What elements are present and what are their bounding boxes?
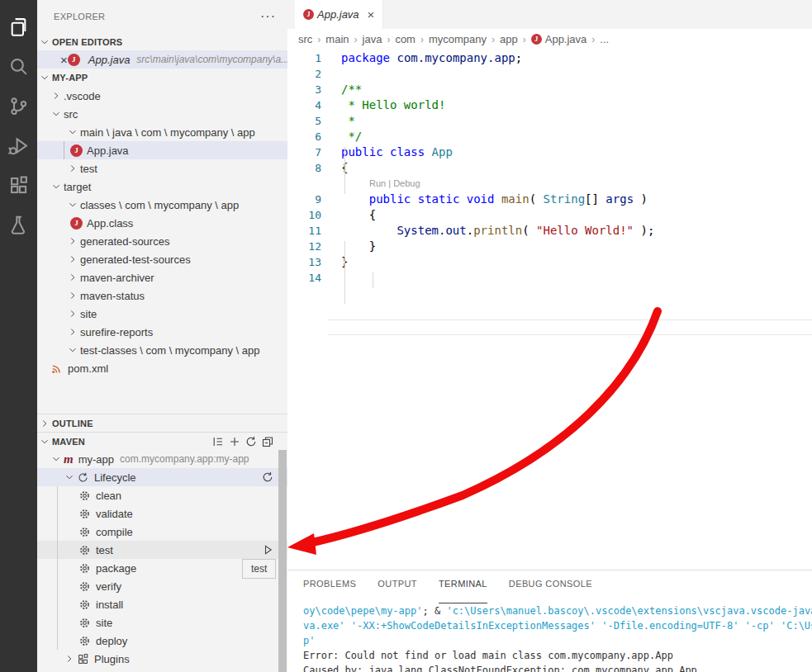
activity-testing-icon[interactable] <box>0 205 37 244</box>
file-tree-item[interactable]: main \ java \ com \ mycompany \ app <box>37 123 287 141</box>
file-tree-item[interactable]: target <box>37 177 287 196</box>
file-tree-item[interactable]: generated-sources <box>37 232 287 250</box>
line-number: 5 <box>287 113 321 129</box>
panel-tab-problems[interactable]: PROBLEMS <box>303 579 356 603</box>
panel-tab-terminal[interactable]: TERMINAL <box>439 579 487 603</box>
maven-item-clean[interactable]: clean <box>37 486 287 504</box>
section-label: OUTLINE <box>52 419 93 428</box>
close-icon[interactable]: × <box>368 7 375 21</box>
codelens-run-link[interactable]: Run <box>369 178 386 188</box>
maven-item-compile[interactable]: compile <box>37 523 287 541</box>
testing-icon <box>8 215 29 235</box>
code-line: 13} <box>287 254 812 270</box>
gear-icon <box>78 508 91 520</box>
chevron-right-icon <box>67 290 78 301</box>
code-editor[interactable]: 1package com.mycompany.app;23/**4 * Hell… <box>287 50 812 570</box>
inline-play-action[interactable] <box>261 543 274 556</box>
file-name: generated-test-sources <box>80 253 191 266</box>
file-tree-item[interactable]: generated-test-sources <box>37 250 287 268</box>
gear-icon <box>78 617 91 629</box>
sidebar-scrollbar[interactable] <box>278 450 287 672</box>
maven-item-Lifecycle[interactable]: Lifecycle <box>37 468 287 486</box>
breadcrumb-item[interactable]: java <box>363 33 382 45</box>
maven-item-deploy[interactable]: deploy <box>37 632 287 650</box>
code-line: 6 */ <box>287 129 812 144</box>
breadcrumb-item[interactable]: ... <box>600 33 609 45</box>
maven-toolbar <box>211 435 287 448</box>
breadcrumb-item[interactable]: main <box>325 33 349 45</box>
breadcrumb-item[interactable]: mycompany <box>429 33 487 45</box>
section-open-editors[interactable]: OPEN EDITORS <box>37 33 287 50</box>
breadcrumb-item[interactable]: com <box>395 33 415 45</box>
breadcrumb-item[interactable]: JApp.java <box>531 33 587 45</box>
inline-refresh-action[interactable] <box>261 471 274 484</box>
activity-search-icon[interactable] <box>0 46 37 86</box>
file-tree-item[interactable]: maven-archiver <box>37 268 287 286</box>
file-tree-item[interactable]: JApp.class <box>37 214 287 232</box>
breadcrumb-item[interactable]: app <box>500 33 518 45</box>
more-actions-icon[interactable]: ··· <box>260 12 276 21</box>
activity-source-control-icon[interactable] <box>0 86 37 125</box>
line-number: 14 <box>287 270 321 286</box>
code-line: 14 <box>287 270 812 286</box>
code-line: 11 System.out.println( "Hello World!" ); <box>287 223 812 239</box>
maven-item-label: compile <box>96 526 133 538</box>
terminal-output[interactable]: oy\code\pepe\my-app'; & 'c:\Users\manuel… <box>287 603 812 672</box>
gear-icon <box>78 544 91 556</box>
chevron-down-icon <box>67 199 78 211</box>
file-tree-item[interactable]: .vscode <box>37 87 287 105</box>
section-outline[interactable]: OUTLINE <box>37 414 287 432</box>
maven-item-validate[interactable]: validate <box>37 504 287 523</box>
panel-tab-output[interactable]: OUTPUT <box>378 579 417 603</box>
maven-item-test[interactable]: test <box>37 541 287 559</box>
indent-guide <box>57 632 58 650</box>
maven-item-site[interactable]: site <box>37 613 287 632</box>
activity-explorer-icon[interactable] <box>0 7 37 46</box>
refresh-icon[interactable] <box>245 435 258 448</box>
maven-item-verify[interactable]: verify <box>37 577 287 595</box>
file-tree-item[interactable]: site <box>37 305 287 323</box>
extensions-icon <box>77 653 89 665</box>
collapse-all-icon[interactable] <box>261 435 274 448</box>
maven-item-install[interactable]: install <box>37 595 287 613</box>
java-file-icon: J <box>68 54 80 66</box>
play-icon[interactable] <box>261 543 274 556</box>
codelens-debug-link[interactable]: Debug <box>393 178 420 188</box>
add-icon[interactable] <box>228 435 241 448</box>
activity-extensions-icon[interactable] <box>0 165 37 205</box>
refresh-icon[interactable] <box>261 471 274 484</box>
file-tree-item[interactable]: pom.xml <box>37 359 287 377</box>
list-tree-icon[interactable] <box>211 435 225 448</box>
open-editor-item[interactable]: × J App.java src\main\java\com\mycompany… <box>37 50 287 69</box>
file-tree-item[interactable]: src <box>37 105 287 123</box>
breadcrumb-separator-icon: › <box>354 34 358 45</box>
panel-tab-debug-console[interactable]: DEBUG CONSOLE <box>509 579 592 603</box>
code-line: 7public class App <box>287 144 812 160</box>
section-project[interactable]: MY-APP <box>37 69 287 87</box>
section-maven[interactable]: MAVEN <box>37 432 287 450</box>
file-tree-item[interactable]: test <box>37 159 287 177</box>
section-label: OPEN EDITORS <box>52 37 122 47</box>
file-tree-item[interactable]: maven-status <box>37 286 287 305</box>
maven-item-my-app[interactable]: mmy-appcom.mycompany.app:my-app <box>37 450 287 468</box>
indent-guide <box>57 559 58 577</box>
bottom-panel: PROBLEMSOUTPUTTERMINALDEBUG CONSOLE oy\c… <box>287 570 812 672</box>
breadcrumb-item[interactable]: src <box>298 33 312 45</box>
java-file-icon: J <box>70 144 83 157</box>
breadcrumb-separator-icon: › <box>317 34 321 45</box>
file-name: main \ java \ com \ mycompany \ app <box>80 126 255 139</box>
maven-item-Plugins[interactable]: Plugins <box>37 650 287 668</box>
activity-run-and-debug-icon[interactable] <box>0 125 37 165</box>
close-icon[interactable]: × <box>60 53 68 67</box>
indent-guide <box>64 141 64 159</box>
chevron-right-icon <box>67 163 78 174</box>
file-tree-item[interactable]: classes \ com \ mycompany \ app <box>37 196 287 214</box>
file-tree-item[interactable]: JApp.java <box>37 141 287 159</box>
line-number: 9 <box>287 192 321 207</box>
file-tree-item[interactable]: test-classes \ com \ mycompany \ app <box>37 341 287 359</box>
tab-app-java[interactable]: J App.java × <box>295 0 383 29</box>
file-tree-item[interactable]: surefire-reports <box>37 323 287 341</box>
file-name: maven-status <box>80 290 145 302</box>
section-label: MY-APP <box>52 73 88 83</box>
chevron-down-icon <box>64 471 75 483</box>
